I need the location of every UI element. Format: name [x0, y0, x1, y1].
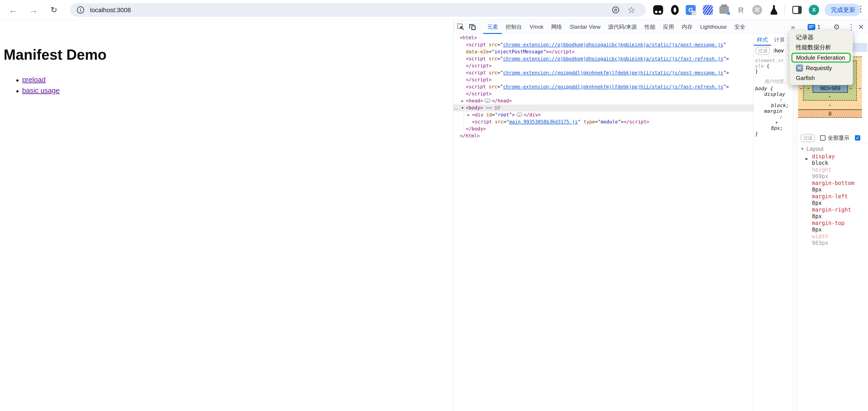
menu-item-label: 记录器 — [796, 33, 813, 41]
elements-tree-line[interactable]: </body> — [454, 125, 753, 132]
device-toolbar-icon[interactable] — [468, 23, 477, 31]
devtools-tab-控制台[interactable]: 控制台 — [502, 20, 526, 34]
computed-filter-input[interactable]: 过滤 — [801, 134, 815, 142]
reload-icon[interactable]: ↻ — [49, 4, 59, 15]
forward-icon[interactable]: → — [28, 4, 39, 15]
computed-property-margin-left[interactable]: margin-left8px — [798, 193, 868, 206]
side-panel-icon[interactable] — [792, 4, 802, 15]
extension-printer-icon[interactable] — [719, 4, 730, 15]
back-icon[interactable]: ← — [8, 4, 19, 15]
extension-panda-icon[interactable] — [653, 4, 663, 15]
devtools-tab-性能[interactable]: 性能 — [641, 20, 659, 34]
styles-filter-input[interactable]: 过滤 — [755, 47, 770, 55]
menu-item-requestly[interactable]: Requestly — [789, 63, 852, 73]
elements-tree-line[interactable]: data-e2e="injectPostMessage"></script> — [454, 49, 753, 55]
finish-update-button[interactable]: 完成更新 — [825, 4, 861, 16]
menu-item-module-federation[interactable]: Module Federation — [791, 53, 851, 63]
node-options-dots[interactable]: … — [455, 104, 458, 112]
close-devtools-icon[interactable]: × — [858, 20, 864, 34]
address-bar[interactable]: i localhost:3008 ☆ — [70, 3, 646, 17]
body-style-rule[interactable]: body {display:block;margin:▶8px;} — [754, 85, 793, 136]
box-model-content[interactable]: 983×969 — [813, 84, 848, 93]
style-rule-line: ▶ — [755, 120, 793, 125]
inline-expand-ellipsis[interactable]: … — [485, 98, 491, 103]
elements-tree-line[interactable]: <script src="main.99353058b36d3175.js" t… — [454, 119, 753, 125]
extension-stripes-icon[interactable] — [703, 4, 713, 15]
computed-property-height[interactable]: height969px — [798, 167, 868, 180]
bookmark-star-icon[interactable]: ☆ — [628, 5, 635, 15]
devtools-tab-元素[interactable]: 元素 — [483, 20, 502, 34]
profile-avatar[interactable]: X — [809, 5, 819, 15]
devtools-tab-内存[interactable]: 内存 — [678, 20, 696, 34]
extension-command-icon[interactable]: ⌘ — [752, 4, 763, 15]
elements-tree-line[interactable]: <html> — [454, 34, 753, 41]
css-property-name: margin — [755, 108, 793, 114]
elements-tree-line[interactable]: </script> — [454, 62, 753, 69]
page-title: Manifest Demo — [4, 46, 106, 63]
tab-computed[interactable]: 计算 — [771, 34, 788, 46]
computed-property-value: 8px — [812, 187, 868, 193]
computed-property-name: margin-bottom — [812, 180, 868, 187]
url-text[interactable]: localhost:3008 — [90, 6, 131, 14]
user-agent-stylesheet-label: 用户代理... — [754, 76, 793, 85]
devtools-tab-Vmok[interactable]: Vmok — [526, 20, 547, 34]
elements-tree-line[interactable]: ▶<div id="root">…</div> — [454, 112, 753, 119]
collapse-arrow-icon[interactable]: ▼ — [801, 147, 806, 151]
elements-tree-line[interactable]: <script src="chrome-extension://ojbbodke… — [454, 41, 753, 49]
inline-expand-ellipsis[interactable]: … — [516, 113, 522, 117]
elements-tree-line[interactable]: <script src="chrome-extension://ojbbodke… — [454, 55, 753, 62]
elements-tree-line[interactable]: …▼<body> == $0 — [454, 104, 753, 112]
elements-tree-line[interactable]: </script> — [454, 76, 753, 84]
browser-window: ← → ↻ i localhost:3008 ☆ G R ⌘ X 完成更新 ⋮ … — [0, 0, 868, 411]
extension-oval-icon[interactable] — [670, 4, 680, 15]
computed-pane: 983×969 - - - - - - 8 过滤 全部显示 ✓ ▼ Layout… — [798, 34, 868, 411]
extension-translate-icon[interactable]: G — [685, 4, 696, 15]
devtools-tab-网络[interactable]: 网络 — [547, 20, 566, 34]
inspect-element-icon[interactable] — [456, 23, 465, 31]
tab-styles[interactable]: 样式 — [754, 34, 771, 46]
devtools-tab-源代码/来源[interactable]: 源代码/来源 — [604, 20, 641, 34]
preload-link[interactable]: preload — [22, 76, 45, 84]
computed-property-width[interactable]: width983px — [798, 233, 868, 246]
element-style-rule[interactable]: element.style { } — [754, 56, 784, 76]
elements-tree-line[interactable]: </html> — [454, 132, 753, 139]
elements-tree-line[interactable]: </script> — [454, 90, 753, 97]
box-model-margin-bottom[interactable]: 8 — [798, 109, 862, 118]
toolbar-divider — [784, 5, 785, 14]
computed-property-margin-right[interactable]: margin-right8px — [798, 207, 868, 220]
css-property-value: block; — [755, 103, 793, 108]
devtools-tab-应用[interactable]: 应用 — [659, 20, 678, 34]
pseudo-state-button[interactable]: :hov — [773, 48, 784, 54]
reading-mode-icon[interactable] — [612, 6, 619, 13]
extension-flask-icon[interactable] — [769, 4, 779, 15]
elements-tree-line[interactable]: <script src="chrome-extension://poippddl… — [454, 69, 753, 76]
extension-r-icon[interactable]: R — [736, 4, 746, 15]
menu-item-性能数据分析[interactable]: 性能数据分析 — [789, 42, 852, 52]
collapse-arrow-icon[interactable]: ▼ — [460, 104, 465, 112]
elements-tree-line[interactable]: <script src="chrome-extension://poippddl… — [454, 84, 753, 90]
expand-arrow-icon[interactable]: ▶ — [466, 112, 471, 119]
computed-property-name: margin-right — [812, 207, 868, 213]
expand-arrow-icon[interactable]: ▶ — [806, 157, 808, 160]
issues-icon — [808, 24, 815, 30]
menu-item-记录器[interactable]: 记录器 — [789, 32, 852, 42]
show-all-checkbox[interactable] — [820, 135, 826, 140]
group-checkbox[interactable]: ✓ — [855, 135, 860, 140]
basic-usage-link[interactable]: basic usage — [22, 87, 60, 95]
elements-tree-line[interactable]: ▶<head>…</head> — [454, 97, 753, 104]
devtools-tab-Lighthouse[interactable]: Lighthouse — [696, 20, 731, 34]
menu-item-label: 性能数据分析 — [796, 43, 831, 51]
layout-section-header[interactable]: ▼ Layout — [801, 146, 824, 152]
site-info-icon[interactable]: i — [77, 6, 84, 13]
devtools-tab-安全[interactable]: 安全 — [731, 20, 749, 34]
devtools-tab-Slardar View[interactable]: Slardar View — [566, 20, 604, 34]
computed-property-margin-bottom[interactable]: margin-bottom8px — [798, 180, 868, 193]
computed-property-name: margin-top — [812, 220, 868, 226]
computed-property-margin-top[interactable]: margin-top8px — [798, 220, 868, 233]
computed-property-display[interactable]: ▶displayblock — [798, 153, 868, 166]
expand-arrow-icon[interactable]: ▶ — [460, 97, 465, 104]
list-bullet — [16, 80, 19, 82]
styles-scrollbar[interactable] — [793, 34, 798, 411]
menu-item-garfish[interactable]: Garfish — [789, 73, 852, 83]
browser-menu-icon[interactable]: ⋮ — [857, 4, 864, 13]
